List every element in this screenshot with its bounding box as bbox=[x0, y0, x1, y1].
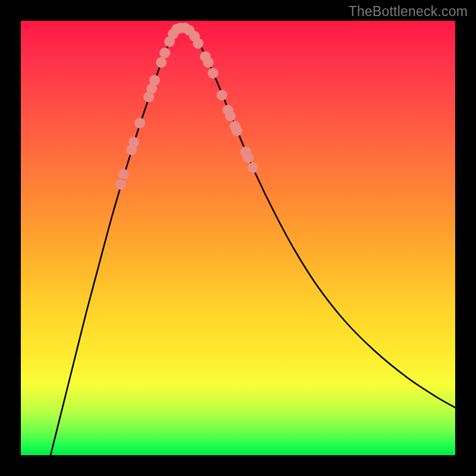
curve-dot bbox=[225, 111, 236, 121]
chart-frame: TheBottleneck.com bbox=[0, 0, 476, 476]
curve-dot bbox=[248, 162, 258, 173]
curve-dot bbox=[115, 179, 126, 190]
curve-svg bbox=[21, 21, 455, 455]
gradient-plot-area bbox=[21, 21, 455, 455]
curve-dot bbox=[156, 57, 167, 68]
curve-dot bbox=[149, 75, 160, 86]
curve-dot bbox=[217, 90, 227, 101]
curve-dot bbox=[208, 68, 218, 79]
curve-dot bbox=[203, 57, 214, 68]
curve-dot bbox=[134, 118, 145, 129]
curve-dot bbox=[118, 169, 129, 180]
curve-dot bbox=[129, 137, 139, 148]
curve-dot bbox=[159, 48, 170, 58]
watermark-text: TheBottleneck.com bbox=[349, 4, 468, 20]
curve-dot bbox=[243, 152, 253, 163]
curve-dot bbox=[193, 38, 203, 49]
curve-dots bbox=[115, 23, 258, 190]
bottleneck-curve bbox=[51, 28, 455, 455]
curve-dot bbox=[231, 126, 242, 136]
